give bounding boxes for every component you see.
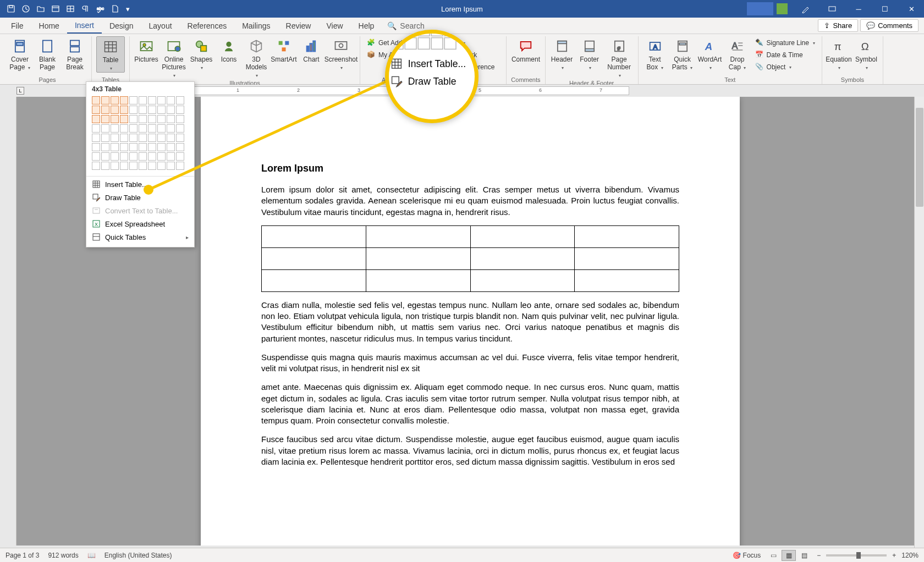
table-grid-cell[interactable]	[111, 152, 119, 161]
blank-page-button[interactable]: Blank Page	[35, 36, 59, 71]
insert-table-menuitem[interactable]: Insert Table...	[86, 178, 194, 191]
qat-customize-icon[interactable]: ▾	[123, 2, 132, 15]
save-icon[interactable]	[4, 2, 18, 15]
table-grid-cell[interactable]	[129, 152, 138, 161]
table-grid-cell[interactable]	[148, 143, 156, 151]
table-grid-cell[interactable]	[167, 96, 175, 104]
table-grid-cell[interactable]	[148, 106, 156, 114]
spellcheck-icon[interactable]: abc	[94, 2, 107, 15]
table-grid-cell[interactable]	[176, 96, 184, 104]
table-grid-cell[interactable]	[139, 134, 147, 142]
tab-insert[interactable]: Insert	[67, 18, 102, 34]
table-grid-cell[interactable]	[167, 115, 175, 123]
table-grid-cell[interactable]	[139, 96, 147, 104]
table-grid-cell[interactable]	[148, 134, 156, 142]
tab-view[interactable]: View	[318, 18, 350, 34]
page-number-button[interactable]: #Page Number ▾	[605, 36, 634, 79]
table-button[interactable]: Table▾	[96, 36, 125, 73]
chart-button[interactable]: Chart	[299, 36, 323, 64]
table-grid-cell[interactable]	[129, 124, 138, 133]
table-grid-cell[interactable]	[176, 162, 184, 170]
table-grid-cell[interactable]	[101, 124, 109, 133]
focus-mode-button[interactable]: 🎯 Focus	[733, 552, 761, 559]
page-indicator[interactable]: Page 1 of 3	[6, 552, 39, 559]
table-grid-cell[interactable]	[176, 134, 184, 142]
quick-parts-button[interactable]: Quick Parts ▾	[670, 36, 695, 71]
table-grid-cell[interactable]	[120, 143, 128, 151]
table-grid-cell[interactable]	[167, 124, 175, 133]
table-grid-cell[interactable]	[157, 143, 166, 151]
zoom-slider[interactable]	[826, 554, 887, 557]
minimize-button[interactable]: ─	[846, 0, 871, 18]
table-grid-cell[interactable]	[129, 106, 138, 114]
table-grid-cell[interactable]	[101, 143, 109, 151]
spell-check-icon[interactable]: 📖	[87, 552, 96, 559]
table-grid-cell[interactable]	[120, 124, 128, 133]
print-layout-button[interactable]: ▦	[782, 550, 796, 561]
object-button[interactable]: 📎Object ▾	[753, 62, 817, 73]
table-grid-cell[interactable]	[101, 162, 109, 170]
table-grid-cell[interactable]	[148, 124, 156, 133]
table-grid-cell[interactable]	[139, 143, 147, 151]
tab-selector[interactable]: L	[16, 87, 24, 95]
icons-button[interactable]: Icons	[217, 36, 241, 64]
table-grid-cell[interactable]	[111, 106, 119, 114]
table-grid-cell[interactable]	[176, 143, 184, 151]
table-grid-cell[interactable]	[129, 134, 138, 142]
equation-button[interactable]: πEquation▾	[827, 36, 851, 71]
table-grid-cell[interactable]	[101, 106, 109, 114]
online-pictures-button[interactable]: Online Pictures ▾	[162, 36, 186, 79]
table-grid-cell[interactable]	[139, 124, 147, 133]
account-avatar[interactable]	[777, 3, 788, 14]
tab-mailings[interactable]: Mailings	[234, 18, 278, 34]
table-grid-cell[interactable]	[92, 124, 100, 133]
tab-layout[interactable]: Layout	[141, 18, 180, 34]
table-grid-cell[interactable]	[157, 134, 166, 142]
table-grid-cell[interactable]	[111, 162, 119, 170]
document-table[interactable]	[261, 225, 679, 292]
web-layout-button[interactable]: ▤	[797, 550, 811, 561]
page-break-button[interactable]: Page Break	[63, 36, 87, 71]
language-indicator[interactable]: English (United States)	[105, 552, 172, 559]
text-box-button[interactable]: AText Box ▾	[643, 36, 667, 71]
window-icon[interactable]	[49, 2, 62, 15]
table-grid-cell[interactable]	[157, 96, 166, 104]
table-size-grid[interactable]	[86, 95, 194, 175]
close-button[interactable]: ✕	[899, 0, 924, 18]
table-grid-cell[interactable]	[120, 162, 128, 170]
table-grid-cell[interactable]	[167, 143, 175, 151]
wordart-button[interactable]: AWordArt▾	[698, 36, 722, 71]
table-grid-cell[interactable]	[176, 106, 184, 114]
folder-icon[interactable]	[34, 2, 47, 15]
smartart-button[interactable]: SmartArt	[272, 36, 296, 64]
table-grid-cell[interactable]	[101, 134, 109, 142]
tab-home[interactable]: Home	[31, 18, 67, 34]
vertical-ruler[interactable]	[0, 97, 16, 546]
cover-page-button[interactable]: Cover Page ▾	[8, 36, 32, 71]
table-grid-cell[interactable]	[111, 143, 119, 151]
table-grid-cell[interactable]	[111, 134, 119, 142]
read-mode-button[interactable]: ▭	[766, 550, 780, 561]
excel-spreadsheet-menuitem[interactable]: X Excel Spreadsheet	[86, 217, 194, 230]
table-grid-cell[interactable]	[139, 106, 147, 114]
table-grid-cell[interactable]	[157, 106, 166, 114]
table-grid-cell[interactable]	[167, 134, 175, 142]
table-grid-cell[interactable]	[101, 152, 109, 161]
zoom-slider-thumb[interactable]	[856, 552, 861, 559]
table-grid-cell[interactable]	[167, 152, 175, 161]
footer-button[interactable]: Footer▾	[578, 36, 602, 71]
table-grid-cell[interactable]	[92, 106, 100, 114]
table-grid-cell[interactable]	[101, 115, 109, 123]
comments-button[interactable]: 💬Comments	[860, 19, 919, 32]
table-grid-cell[interactable]	[120, 115, 128, 123]
autosave-icon[interactable]	[19, 2, 32, 15]
table-grid-cell[interactable]	[92, 134, 100, 142]
signature-line-button[interactable]: ✒️Signature Line ▾	[753, 37, 817, 48]
3d-models-button[interactable]: 3D Models ▾	[244, 36, 268, 79]
table-grid-cell[interactable]	[101, 96, 109, 104]
table-grid-cell[interactable]	[111, 124, 119, 133]
tab-references[interactable]: References	[180, 18, 235, 34]
comment-button[interactable]: Comment	[512, 36, 540, 64]
paragraph-icon[interactable]	[79, 2, 92, 15]
table-grid-cell[interactable]	[92, 115, 100, 123]
